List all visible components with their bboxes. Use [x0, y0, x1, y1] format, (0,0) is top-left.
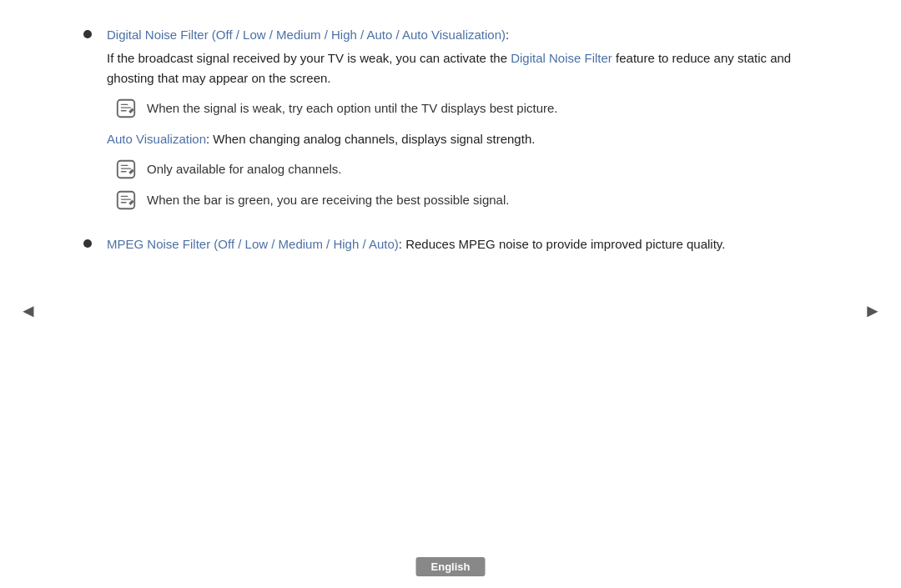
digital-noise-filter-link[interactable]: Digital Noise Filter (Off / Low / Medium…	[107, 28, 506, 42]
list-item-2: MPEG Noise Filter (Off / Low / Medium / …	[83, 234, 818, 254]
nav-arrow-right[interactable]: ►	[861, 296, 884, 326]
note-icon-1	[115, 98, 137, 119]
note-icon-2	[115, 158, 137, 180]
item2-desc-text: Reduces MPEG noise to provide improved p…	[405, 237, 725, 251]
list-item-1: Digital Noise Filter (Off / Low / Medium…	[83, 25, 818, 219]
auto-visualization-link[interactable]: Auto Visualization	[107, 132, 206, 146]
right-arrow-icon: ►	[863, 300, 882, 322]
main-content: Digital Noise Filter (Off / Low / Medium…	[0, 0, 901, 286]
note1-text: When the signal is weak, try each option…	[147, 97, 557, 118]
item1-colon: :	[506, 28, 509, 42]
item1-content: Digital Noise Filter (Off / Low / Medium…	[107, 25, 818, 219]
note-block-2: Only available for analog channels.	[115, 158, 818, 180]
item1-desc-text: If the broadcast signal received by your…	[107, 51, 507, 65]
note2-text: Only available for analog channels.	[147, 158, 341, 179]
item2-heading: MPEG Noise Filter (Off / Low / Medium / …	[107, 234, 818, 254]
note3-text: When the bar is green, you are receiving…	[147, 188, 509, 210]
left-arrow-icon: ◄	[19, 300, 38, 322]
note-block-3: When the bar is green, you are receiving…	[115, 188, 818, 211]
mpeg-noise-filter-link[interactable]: MPEG Noise Filter (Off / Low / Medium / …	[107, 237, 399, 251]
item2-colon: :	[399, 237, 402, 251]
nav-arrow-left[interactable]: ◄	[17, 296, 40, 326]
auto-vis-line: Auto Visualization: When changing analog…	[107, 129, 818, 149]
language-badge: English	[416, 557, 486, 576]
note-block-1: When the signal is weak, try each option…	[115, 97, 818, 119]
content-list: Digital Noise Filter (Off / Low / Medium…	[83, 25, 818, 254]
bullet-dot-1	[83, 30, 92, 38]
digital-noise-filter-link2[interactable]: Digital Noise Filter	[511, 51, 612, 65]
item2-content: MPEG Noise Filter (Off / Low / Medium / …	[107, 234, 818, 254]
bullet-dot-2	[83, 239, 92, 248]
note-icon-3	[115, 189, 137, 211]
item1-desc: If the broadcast signal received by your…	[107, 48, 818, 88]
item1-heading: Digital Noise Filter (Off / Low / Medium…	[107, 25, 818, 45]
footer-bar: English	[416, 559, 486, 573]
auto-vis-text: : When changing analog channels, display…	[206, 132, 535, 146]
